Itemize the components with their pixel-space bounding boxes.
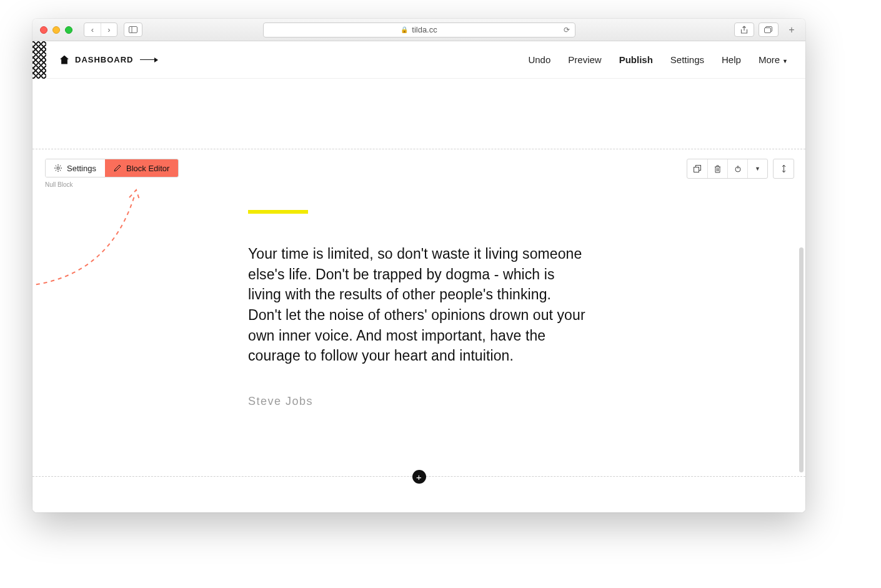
logo-pattern [32,41,46,79]
nav-back-forward: ‹ › [84,22,117,37]
browser-window: ‹ › 🔒 tilda.cc ⟳ + DASHBOARD [32,19,805,512]
dashboard-label: DASHBOARD [75,55,134,64]
minimize-window-button[interactable] [52,26,60,34]
nav-help[interactable]: Help [722,54,741,65]
block-settings-label: Settings [67,164,96,173]
titlebar-right-tools: + [734,22,798,37]
tabs-button[interactable] [759,22,779,37]
caret-down-icon: ▼ [782,58,788,64]
quote-text: Your time is limited, so don't waste it … [248,244,585,366]
arrow-right-icon [140,59,157,61]
move-button[interactable] [774,159,794,178]
pencil-icon [114,164,121,172]
nav-undo[interactable]: Undo [528,54,550,65]
scrollbar-thumb[interactable] [799,247,804,472]
reload-icon[interactable]: ⟳ [564,26,570,34]
add-block-button[interactable]: + [412,470,426,484]
svg-point-4 [57,167,59,169]
home-icon [60,56,69,64]
editor-canvas: Settings Block Editor Null Block [32,79,805,512]
star-icon: ★ [414,510,424,512]
block-action-group: ▼ [687,159,768,179]
move-group [773,159,794,179]
duplicate-button[interactable] [687,159,707,178]
url-text: tilda.cc [412,25,437,34]
quote-block[interactable]: Your time is limited, so don't waste it … [248,210,585,408]
dashboard-link[interactable]: DASHBOARD [60,55,157,64]
delete-button[interactable] [707,159,727,178]
nav-settings[interactable]: Settings [670,54,704,65]
caret-down-icon: ▼ [755,166,760,172]
lock-icon: 🔒 [401,26,408,33]
accent-bar [248,210,308,214]
block-toolbar: Settings Block Editor [45,159,179,177]
block-type-label: Null Block [45,181,72,188]
gear-icon [54,164,62,172]
svg-rect-0 [129,27,137,33]
sidebar-toggle-button[interactable] [124,22,142,37]
block-editor-label: Block Editor [126,164,169,173]
address-bar[interactable]: 🔒 tilda.cc ⟳ [263,22,575,37]
back-button[interactable]: ‹ [84,23,101,36]
dropdown-button[interactable]: ▼ [747,159,767,178]
nav-preview[interactable]: Preview [568,54,601,65]
svg-rect-6 [694,167,699,172]
block-boundary-top [32,149,805,149]
power-button[interactable] [727,159,747,178]
app-nav: DASHBOARD Undo Preview Publish Settings … [32,41,805,79]
forward-button[interactable]: › [101,23,117,36]
share-button[interactable] [734,22,754,37]
maximize-window-button[interactable] [65,26,72,34]
annotation-arrow [32,177,169,290]
close-window-button[interactable] [40,26,47,34]
svg-rect-3 [765,27,771,32]
nav-links: Undo Preview Publish Settings Help More▼ [528,54,788,65]
nav-more[interactable]: More▼ [759,54,788,65]
block-editor-button[interactable]: Block Editor [105,159,178,177]
new-tab-button[interactable]: + [785,24,798,36]
block-settings-button[interactable]: Settings [46,159,105,177]
traffic-lights [40,26,72,34]
titlebar: ‹ › 🔒 tilda.cc ⟳ + [32,19,805,41]
nav-publish[interactable]: Publish [619,54,653,65]
quote-author: Steve Jobs [248,395,585,408]
block-action-tools: ▼ [687,159,794,179]
